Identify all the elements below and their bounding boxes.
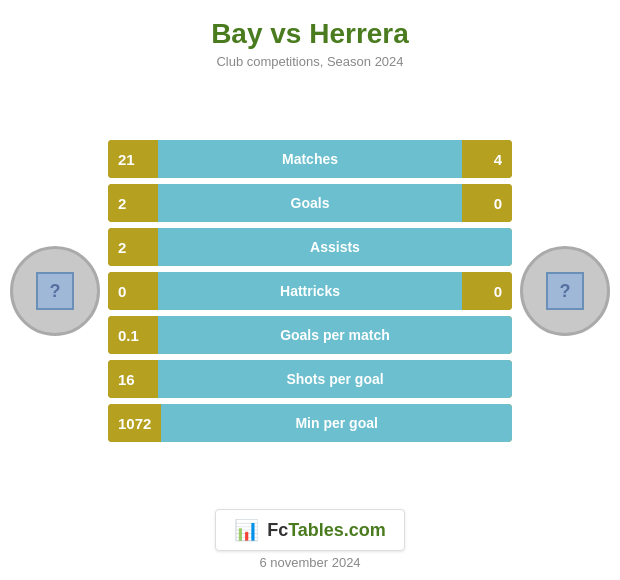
stat-right-value: 4 (462, 140, 512, 178)
logo-icon: 📊 (234, 518, 259, 542)
page-wrapper: Bay vs Herrera Club competitions, Season… (0, 0, 620, 580)
stats-panel: 21Matches42Goals02Assists0Hattricks00.1G… (100, 140, 520, 442)
stat-left-value: 0.1 (108, 316, 158, 354)
right-team-placeholder: ? (546, 272, 584, 310)
content-area: ? 21Matches42Goals02Assists0Hattricks00.… (0, 85, 620, 497)
stat-row: 16Shots per goal (108, 360, 512, 398)
stat-label: Shots per goal (158, 360, 512, 398)
stat-label: Assists (158, 228, 512, 266)
stat-label: Goals per match (158, 316, 512, 354)
stat-row: 21Matches4 (108, 140, 512, 178)
header: Bay vs Herrera Club competitions, Season… (211, 0, 409, 75)
stat-row: 1072Min per goal (108, 404, 512, 442)
right-team-avatar: ? (520, 246, 610, 336)
stat-left-value: 0 (108, 272, 158, 310)
stat-left-value: 1072 (108, 404, 161, 442)
stat-right-value: 0 (462, 184, 512, 222)
left-team-placeholder: ? (36, 272, 74, 310)
stat-left-value: 2 (108, 228, 158, 266)
stat-label: Min per goal (161, 404, 512, 442)
logo-text: FcTables.com (267, 520, 386, 541)
stat-label: Matches (158, 140, 462, 178)
stat-left-value: 2 (108, 184, 158, 222)
footer-date: 6 november 2024 (259, 555, 360, 570)
left-team-avatar: ? (10, 246, 100, 336)
stat-right-value: 0 (462, 272, 512, 310)
avatar-right: ? (520, 246, 610, 336)
stat-left-value: 21 (108, 140, 158, 178)
stat-row: 2Assists (108, 228, 512, 266)
stat-row: 2Goals0 (108, 184, 512, 222)
stat-row: 0.1Goals per match (108, 316, 512, 354)
stat-row: 0Hattricks0 (108, 272, 512, 310)
stat-left-value: 16 (108, 360, 158, 398)
page-title: Bay vs Herrera (211, 18, 409, 50)
stat-label: Goals (158, 184, 462, 222)
page-subtitle: Club competitions, Season 2024 (211, 54, 409, 69)
stat-label: Hattricks (158, 272, 462, 310)
footer-logo[interactable]: 📊 FcTables.com (215, 509, 405, 551)
logo-box[interactable]: 📊 FcTables.com (215, 509, 405, 551)
avatar-left: ? (10, 246, 100, 336)
